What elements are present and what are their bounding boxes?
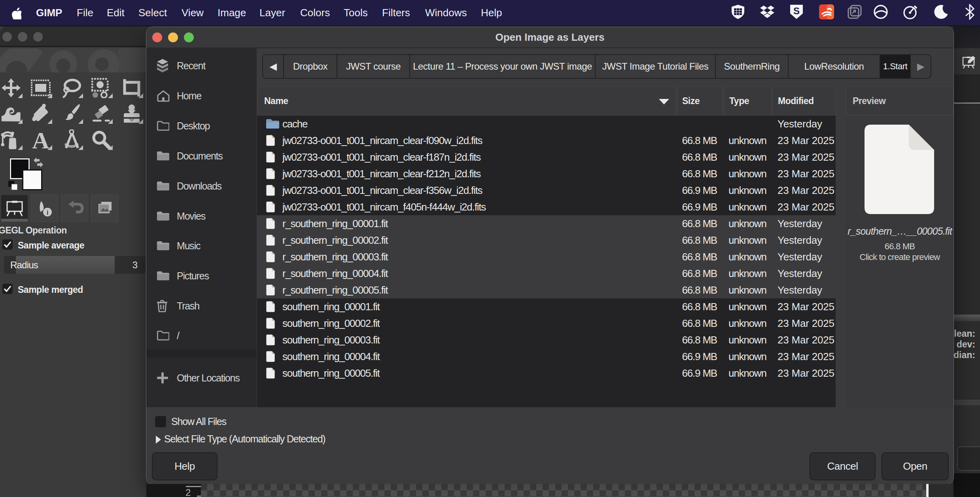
svg-text:S: S	[793, 6, 800, 16]
svg-text:i: i	[47, 209, 49, 216]
svg-text:A: A	[32, 130, 49, 149]
